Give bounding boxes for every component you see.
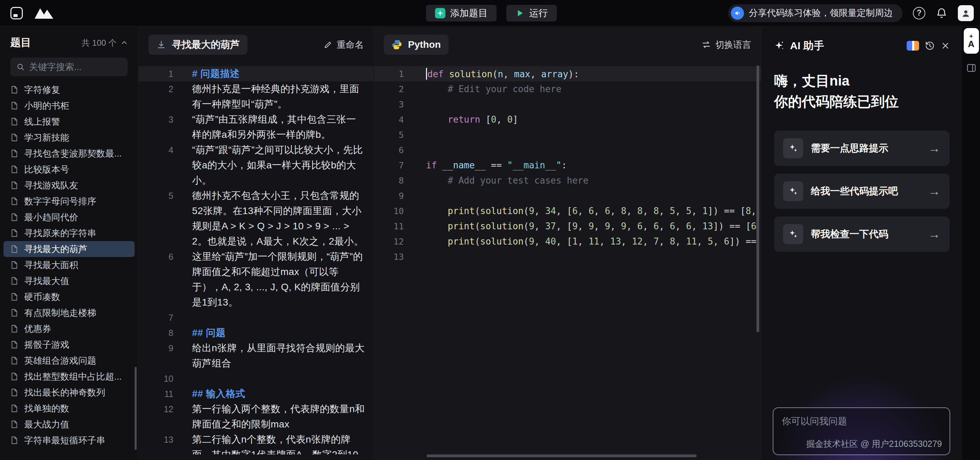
line-number: 3 bbox=[374, 99, 404, 109]
code-line-text: return [0, 0] bbox=[426, 114, 761, 125]
code-content[interactable]: 1def solution(n, max, array):2 # Edit yo… bbox=[374, 57, 761, 454]
code-token: , bbox=[751, 206, 756, 216]
code-line[interactable]: 5 bbox=[374, 127, 761, 142]
ai-greeting-sub: 你的代码陪练已到位 bbox=[774, 91, 950, 112]
code-line[interactable]: 12 print(solution(9, 40, [1, 11, 13, 12,… bbox=[374, 234, 761, 249]
ai-question-input[interactable] bbox=[773, 408, 950, 433]
app-logo-mountain-icon[interactable] bbox=[34, 7, 54, 19]
sidebar-item[interactable]: 比较版本号 bbox=[3, 161, 135, 177]
code-token: ( bbox=[475, 206, 480, 216]
sidebar-item[interactable]: 硬币凑数 bbox=[3, 289, 135, 305]
sidebar-item[interactable]: 寻找最大面积 bbox=[3, 257, 135, 273]
sidebar-item[interactable]: 摇骰子游戏 bbox=[3, 337, 135, 353]
history-icon[interactable] bbox=[924, 40, 935, 51]
search-box[interactable] bbox=[10, 58, 128, 76]
panel-toggle-icon[interactable] bbox=[966, 63, 977, 73]
problem-line-text: 第一行输入两个整数，代表牌的数量n和牌面值之和的限制max bbox=[192, 401, 365, 432]
sidebar-item[interactable]: 找出最长的神奇数列 bbox=[3, 385, 135, 401]
sidebar-item[interactable]: 最大战力值 bbox=[3, 416, 135, 432]
topbar-center: 添加题目 运行 bbox=[426, 5, 557, 21]
code-token: , bbox=[643, 206, 653, 216]
sidebar-item[interactable]: 小明的书柜 bbox=[3, 98, 135, 113]
ai-assistant-tab[interactable]: A bbox=[964, 28, 979, 54]
ai-suggestion-label: 帮我检查一下代码 bbox=[811, 228, 888, 241]
code-token: ( bbox=[523, 236, 529, 247]
line-number: 6 bbox=[374, 145, 404, 155]
notification-bell-icon[interactable] bbox=[936, 7, 947, 19]
close-icon[interactable] bbox=[940, 41, 950, 51]
ai-suggestion-card-review[interactable]: 帮我检查一下代码 → bbox=[774, 217, 950, 252]
brand-flag-icon[interactable] bbox=[907, 41, 919, 51]
search-icon bbox=[16, 62, 25, 71]
app-logo-frame-icon[interactable] bbox=[9, 6, 24, 21]
sidebar-item[interactable]: 优惠券 bbox=[3, 321, 135, 337]
ai-suggestion-card-hint[interactable]: 需要一点思路提示 → bbox=[774, 131, 950, 166]
sidebar-item[interactable]: 字符串最短循环子串 bbox=[3, 432, 135, 448]
share-banner[interactable]: 分享代码练习体验，领限量定制周边 bbox=[728, 4, 902, 22]
sidebar-item-label: 寻找最大的葫芦 bbox=[24, 243, 87, 255]
code-token bbox=[426, 175, 448, 186]
add-problem-button[interactable]: 添加题目 bbox=[426, 5, 496, 21]
language-pill[interactable]: Python bbox=[384, 35, 449, 55]
code-token: 5 bbox=[670, 206, 676, 216]
code-line[interactable]: 13 bbox=[374, 249, 761, 264]
sidebar-item[interactable]: 英雄组合游戏问题 bbox=[3, 353, 135, 369]
code-line[interactable]: 6 bbox=[374, 142, 761, 158]
avatar[interactable] bbox=[958, 5, 974, 21]
code-line[interactable]: 1def solution(n, max, array): bbox=[374, 66, 761, 81]
help-icon[interactable]: ? bbox=[913, 7, 925, 19]
code-token: 12 bbox=[632, 236, 643, 247]
sidebar-item-label: 字符串最短循环子串 bbox=[24, 434, 105, 447]
chevron-up-icon[interactable] bbox=[120, 39, 128, 47]
sidebar-scrollbar[interactable] bbox=[135, 367, 137, 450]
problem-line-text: 第二行输入n个整数，代表n张牌的牌面，其中数字1代表牌面A，数字2到10分别代 bbox=[192, 432, 365, 454]
code-line[interactable]: 4 return [0, 0] bbox=[374, 112, 761, 127]
ai-suggestion-card-code-hint[interactable]: 给我一些代码提示吧 → bbox=[774, 174, 950, 209]
code-token: , bbox=[691, 221, 702, 232]
sidebar-item[interactable]: 找出整型数组中占比超... bbox=[3, 369, 135, 385]
sidebar-item[interactable]: 学习新技能 bbox=[3, 129, 135, 145]
code-token: , bbox=[626, 206, 637, 216]
sidebar-item[interactable]: 寻找最大值 bbox=[3, 273, 135, 289]
code-line[interactable]: 2 # Edit your code here bbox=[374, 81, 761, 97]
document-icon bbox=[10, 117, 19, 126]
sidebar-item[interactable]: 寻找包含斐波那契数最... bbox=[3, 145, 135, 161]
code-line[interactable]: 3 bbox=[374, 97, 761, 112]
editor-vertical-scrollbar[interactable] bbox=[756, 65, 759, 332]
line-number: 2 bbox=[139, 81, 173, 97]
sidebar-item[interactable]: 寻找游戏队友 bbox=[3, 177, 135, 193]
code-token: 8 bbox=[637, 206, 643, 216]
line-number: 8 bbox=[374, 176, 404, 186]
sidebar-item[interactable]: 寻找最大的葫芦 bbox=[3, 241, 135, 257]
ai-input-box[interactable]: 掘金技术社区 @ 用户21063530279 bbox=[773, 407, 950, 455]
code-token: ( bbox=[475, 221, 480, 232]
problem-line-text: 这里给“葫芦”加一个限制规则，“葫芦”的牌面值之和不能超过max（可以等于），A… bbox=[192, 249, 365, 310]
sidebar-item[interactable]: 最小趋同代价 bbox=[3, 209, 135, 225]
switch-language-button[interactable]: 切换语言 bbox=[702, 39, 751, 51]
sidebar-item[interactable]: 数字字母问号排序 bbox=[3, 193, 135, 209]
code-line[interactable]: 7if __name__ == "__main__": bbox=[374, 158, 761, 173]
sidebar-item[interactable]: 字符修复 bbox=[3, 82, 135, 98]
search-input[interactable] bbox=[29, 62, 138, 72]
code-line[interactable]: 11 print(solution(9, 37, [9, 9, 9, 9, 6,… bbox=[374, 219, 761, 234]
run-button[interactable]: 运行 bbox=[506, 5, 557, 21]
sidebar-item[interactable]: 有点限制地走楼梯 bbox=[3, 305, 135, 321]
editor-horizontal-scrollbar[interactable] bbox=[427, 454, 697, 457]
sidebar-item[interactable]: 线上报警 bbox=[3, 113, 135, 129]
sidebar-item[interactable]: 找单独的数 bbox=[3, 401, 135, 416]
code-token: , bbox=[697, 236, 708, 247]
app-root: 添加题目 运行 分享代码练习体验，领限量定制周边 ? bbox=[0, 0, 980, 460]
rename-button[interactable]: 重命名 bbox=[323, 39, 364, 51]
code-token: # Edit your code here bbox=[448, 84, 562, 94]
code-line[interactable]: 9 bbox=[374, 188, 761, 203]
sidebar-item-label: 找单独的数 bbox=[24, 402, 69, 415]
problem-line: 13第二行输入n个整数，代表n张牌的牌面，其中数字1代表牌面A，数字2到10分别… bbox=[139, 432, 373, 454]
document-icon bbox=[10, 101, 19, 110]
sidebar-item[interactable]: 寻找原来的字符串 bbox=[3, 225, 135, 241]
code-line[interactable]: 8 # Add your test cases here bbox=[374, 173, 761, 188]
sidebar-item-label: 摇骰子游戏 bbox=[24, 339, 69, 351]
document-icon bbox=[10, 260, 19, 270]
code-line[interactable]: 10 print(solution(9, 34, [6, 6, 6, 8, 8,… bbox=[374, 203, 761, 219]
problem-list: 字符修复小明的书柜线上报警学习新技能寻找包含斐波那契数最...比较版本号寻找游戏… bbox=[0, 82, 138, 448]
ai-sparkle-icon bbox=[773, 40, 784, 51]
